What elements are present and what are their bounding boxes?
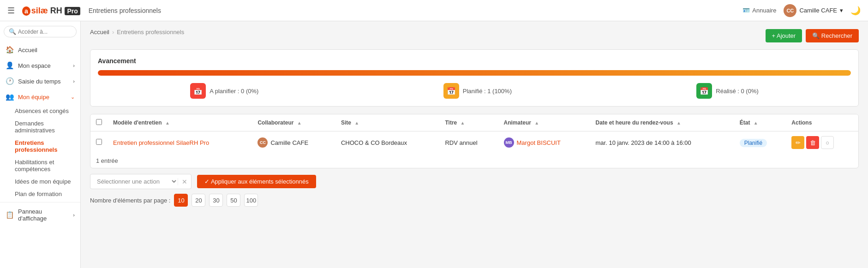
col-site[interactable]: Site ▲ [335, 114, 440, 131]
row-checkbox[interactable] [96, 139, 102, 145]
sidebar-item-label: Mon équipe [18, 94, 49, 101]
sort-icon: ▲ [534, 120, 539, 125]
edit-button[interactable]: ✏ [791, 136, 804, 149]
sidebar-item-label: Panneau d'affichage [18, 208, 69, 222]
stat-realise: 📅 Réalisé : 0 (0%) [696, 83, 758, 99]
sidebar-item-demandes[interactable]: Demandes administratives [9, 117, 80, 137]
page-size-10[interactable]: 10 [174, 194, 188, 207]
modele-link[interactable]: Entretien professionnel SilaeRH Pro [113, 139, 209, 146]
page-title: Entretiens professionnels [89, 7, 161, 14]
chevron-right-icon: › [73, 63, 75, 68]
sidebar-item-panneau[interactable]: 📋 Panneau d'affichage › [0, 204, 80, 226]
sidebar-item-mon-espace[interactable]: 👤 Mon espace › [0, 58, 80, 73]
action-buttons: + Ajouter 🔍 Rechercher [766, 29, 859, 42]
sidebar-item-habilitations[interactable]: Habilitations et compétences [9, 156, 80, 175]
col-titre[interactable]: Titre ▲ [439, 114, 498, 131]
more-button[interactable]: ○ [821, 136, 834, 149]
stat-label-realise: Réalisé : 0 (0%) [716, 88, 758, 95]
breadcrumb-current: Entretiens professionnels [117, 29, 184, 36]
stat-icon-orange: 📅 [443, 83, 459, 99]
action-select-wrap: Sélectionner une action ✕ [90, 174, 192, 189]
main-layout: 🔍 🏠 Accueil 👤 Mon espace › 🕐 Saisie du t… [0, 21, 868, 268]
sidebar-item-plan-formation[interactable]: Plan de formation [9, 188, 80, 200]
user-avatar: CC [784, 4, 796, 17]
select-clear-icon[interactable]: ✕ [178, 178, 191, 185]
table-row: Entretien professionnel SilaeRH Pro CC C… [90, 131, 858, 154]
avancement-card: Avancement 📅 A planifier : 0 (0%) 📅 Plan… [90, 49, 859, 107]
sidebar-item-absences[interactable]: Absences et congés [9, 105, 80, 117]
cell-actions: ✏ 🗑 ○ [786, 131, 858, 154]
sidebar-item-saisie-temps[interactable]: 🕐 Saisie du temps › [0, 73, 80, 89]
user-icon: 👤 [6, 61, 14, 70]
cell-collaborateur: CC Camille CAFE [252, 131, 335, 154]
sort-icon: ▲ [354, 120, 359, 125]
cell-site: CHOCO & CO Bordeaux [335, 131, 440, 154]
stat-label-planifier: A planifier : 0 (0%) [210, 88, 258, 95]
sort-icon: ▲ [297, 120, 302, 125]
sidebar-item-label: Saisie du temps [18, 78, 61, 85]
page-size-20[interactable]: 20 [192, 194, 205, 207]
board-icon: 📋 [6, 211, 14, 219]
page-size-label: Nombre d'éléments par page : [90, 197, 170, 204]
annuaire-link[interactable]: 🪪 Annuaire [742, 7, 776, 14]
stat-icon-green: 📅 [696, 83, 712, 99]
col-actions: Actions [786, 114, 858, 131]
page-size-50[interactable]: 50 [227, 194, 240, 207]
sidebar-item-mon-equipe[interactable]: 👥 Mon équipe ⌄ [0, 89, 80, 105]
anim-avatar: MB [504, 137, 514, 148]
cell-animateur: MB Margot BISCUIT [498, 131, 590, 154]
sidebar-sub-menu: Absences et congés Demandes administrati… [0, 105, 80, 200]
sort-icon: ▲ [676, 120, 681, 125]
clock-icon: 🕐 [6, 77, 14, 85]
sidebar-item-idees[interactable]: Idées de mon équipe [9, 175, 80, 188]
apply-button[interactable]: ✓ Appliquer aux éléments sélectionnés [197, 175, 316, 188]
select-all-checkbox[interactable] [96, 119, 102, 125]
cell-date: mar. 10 janv. 2023 de 14:00 à 16:00 [590, 131, 734, 154]
stat-planifie: 📅 Planifié : 1 (100%) [443, 83, 512, 99]
table-card: Modèle d'entretien ▲ Collaborateur ▲ Sit… [90, 114, 859, 168]
delete-button[interactable]: 🗑 [806, 136, 819, 149]
cell-etat: Planifié [734, 131, 786, 154]
col-animateur[interactable]: Animateur ▲ [498, 114, 590, 131]
topbar: ☰ asilæ RH Pro Entretiens professionnels… [0, 0, 868, 21]
col-collaborateur[interactable]: Collaborateur ▲ [252, 114, 335, 131]
col-date[interactable]: Date et heure du rendez-vous ▲ [590, 114, 734, 131]
cell-titre: RDV annuel [439, 131, 498, 154]
collab-name: Camille CAFE [270, 139, 308, 146]
bottom-row: Sélectionner une action ✕ ✓ Appliquer au… [90, 174, 859, 189]
progress-bar [98, 70, 851, 76]
hamburger-icon[interactable]: ☰ [7, 6, 15, 16]
table-header-row: Modèle d'entretien ▲ Collaborateur ▲ Sit… [90, 114, 858, 131]
page-size-100[interactable]: 100 [244, 194, 258, 207]
sidebar-search[interactable]: 🔍 [4, 26, 77, 37]
search-input[interactable] [18, 29, 72, 35]
sidebar-item-label: Accueil [18, 47, 37, 54]
theme-toggle[interactable]: 🌙 [850, 6, 861, 16]
anim-link[interactable]: Margot BISCUIT [517, 139, 561, 146]
chevron-down-icon: ⌄ [71, 94, 75, 100]
sidebar-item-entretiens[interactable]: Entretiens professionnels [9, 137, 80, 156]
search-button[interactable]: 🔍 Rechercher [806, 29, 859, 42]
action-buttons-cell: ✏ 🗑 ○ [791, 136, 853, 149]
topbar-logo: ☰ asilæ RH Pro [7, 5, 80, 16]
user-menu[interactable]: CC Camille CAFE ▾ [784, 4, 843, 17]
breadcrumb-home[interactable]: Accueil [90, 29, 109, 36]
col-etat[interactable]: État ▲ [734, 114, 786, 131]
home-icon: 🏠 [6, 46, 14, 54]
cell-modele: Entretien professionnel SilaeRH Pro [108, 131, 252, 154]
logo-silae: asilæ RH Pro [22, 5, 80, 16]
collab-avatar: CC [257, 137, 268, 148]
sort-icon: ▲ [461, 120, 465, 125]
team-icon: 👥 [6, 93, 14, 101]
sort-icon: ▲ [165, 120, 170, 125]
row-checkbox-cell [90, 131, 108, 154]
chevron-right-icon: › [73, 78, 75, 84]
content-area: Accueil › Entretiens professionnels + Aj… [81, 21, 868, 268]
page-size-30[interactable]: 30 [209, 194, 223, 207]
sidebar-item-accueil[interactable]: 🏠 Accueil [0, 42, 80, 58]
add-button[interactable]: + Ajouter [766, 29, 802, 42]
entretiens-table: Modèle d'entretien ▲ Collaborateur ▲ Sit… [90, 114, 858, 154]
col-modele[interactable]: Modèle d'entretien ▲ [108, 114, 252, 131]
action-select[interactable]: Sélectionner une action [90, 174, 178, 189]
user-name: Camille CAFE [799, 7, 837, 14]
